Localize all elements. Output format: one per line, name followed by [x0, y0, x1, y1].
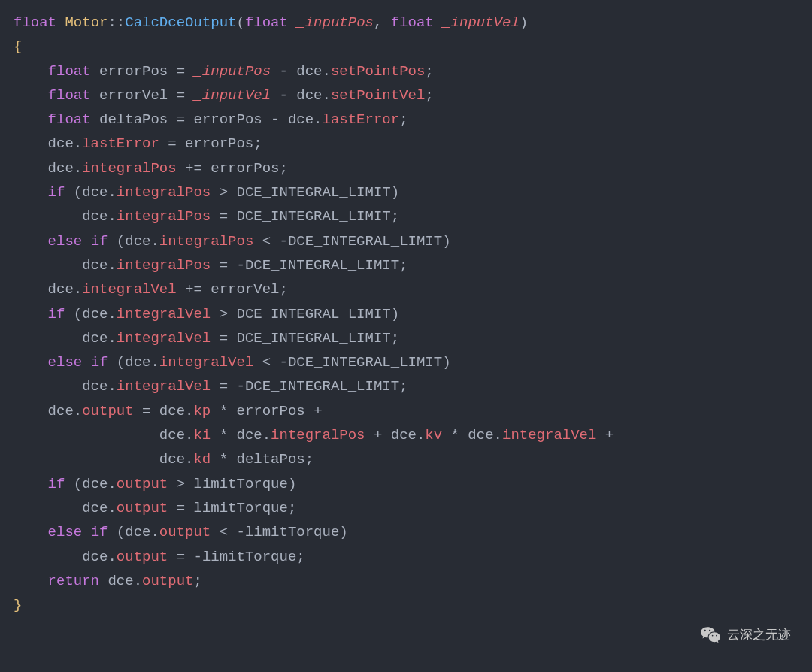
code-line-24: return dce.output;: [14, 569, 798, 593]
code-line-13: if (dce.integralVel > DCE_INTEGRAL_LIMIT…: [14, 302, 798, 326]
watermark-text: 云深之无迹: [727, 625, 791, 646]
code-line-15: else if (dce.integralVel < -DCE_INTEGRAL…: [14, 350, 798, 374]
code-line-8: if (dce.integralPos > DCE_INTEGRAL_LIMIT…: [14, 180, 798, 204]
code-line-22: else if (dce.output < -limitTorque): [14, 520, 798, 544]
watermark: 云深之无迹: [700, 625, 791, 646]
code-line-17: dce.output = dce.kp * errorPos +: [14, 399, 798, 423]
code-line-4: float errorVel = _inputVel - dce.setPoin…: [14, 83, 798, 107]
code-line-1: float Motor::CalcDceOutput(float _inputP…: [14, 11, 798, 35]
code-line-5: float deltaPos = errorPos - dce.lastErro…: [14, 107, 798, 132]
code-line-11: dce.integralPos = -DCE_INTEGRAL_LIMIT;: [14, 253, 798, 277]
code-line-9: dce.integralPos = DCE_INTEGRAL_LIMIT;: [14, 204, 798, 229]
code-line-6: dce.lastError = errorPos;: [14, 132, 798, 156]
code-line-16: dce.integralVel = -DCE_INTEGRAL_LIMIT;: [14, 374, 798, 398]
code-line-18: dce.ki * dce.integralPos + dce.kv * dce.…: [14, 423, 798, 447]
code-line-19: dce.kd * deltaPos;: [14, 447, 798, 471]
code-line-10: else if (dce.integralPos < -DCE_INTEGRAL…: [14, 229, 798, 253]
code-line-3: float errorPos = _inputPos - dce.setPoin…: [14, 59, 798, 83]
code-line-25: }: [14, 593, 798, 617]
wechat-icon: [700, 625, 721, 646]
code-line-23: dce.output = -limitTorque;: [14, 545, 798, 569]
code-line-12: dce.integralVel += errorVel;: [14, 277, 798, 301]
code-editor: float Motor::CalcDceOutput(float _inputP…: [14, 11, 798, 617]
code-line-2: {: [14, 35, 798, 59]
code-line-7: dce.integralPos += errorPos;: [14, 156, 798, 180]
code-line-20: if (dce.output > limitTorque): [14, 472, 798, 496]
code-line-14: dce.integralVel = DCE_INTEGRAL_LIMIT;: [14, 326, 798, 350]
code-line-21: dce.output = limitTorque;: [14, 496, 798, 520]
